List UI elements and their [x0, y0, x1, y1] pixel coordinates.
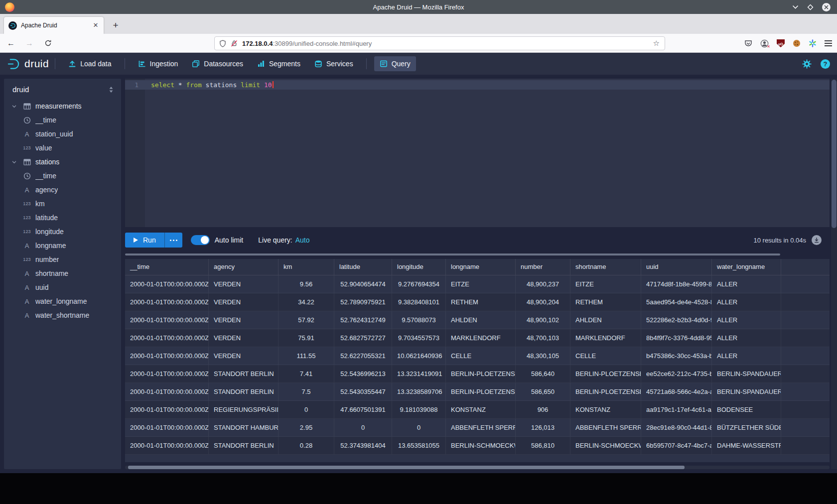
table-cell[interactable]: 0.28	[279, 437, 334, 454]
table-cell[interactable]: ABBENFLETH SPERRWEI	[446, 419, 516, 436]
table-cell[interactable]: 52.5436996213	[334, 365, 392, 382]
browser-tab-apache-druid[interactable]: Apache Druid ✕	[4, 17, 104, 34]
table-cell[interactable]: 522286e2-b2b3-4d0d-9a	[641, 311, 712, 329]
table-cell[interactable]: BERLIN-SCHMOECKWITZ	[570, 437, 641, 454]
nav-item-load-data[interactable]: Load data	[63, 56, 117, 71]
table-cell[interactable]: BERLIN-SPANDAUER-S	[712, 365, 781, 382]
table-cell[interactable]: 906	[516, 401, 570, 418]
column-header-number[interactable]: number	[516, 259, 570, 275]
nav-item-services[interactable]: Services	[309, 56, 359, 71]
table-cell[interactable]: REGIERUNGSPRÄSIDIUM	[209, 401, 279, 418]
sidebar-column-stations-agency[interactable]: Aagency	[4, 183, 121, 197]
table-cell[interactable]: 2000-01-01T00:00:00.000Z	[125, 311, 209, 329]
table-cell[interactable]: 2.95	[279, 419, 334, 436]
table-cell[interactable]: ALLER	[712, 293, 781, 311]
table-cell[interactable]: 52.6827572727	[334, 329, 392, 347]
table-cell[interactable]: STANDORT HAMBURG	[209, 419, 279, 436]
table-cell[interactable]: BERLIN-PLOETZENSEE U	[570, 383, 641, 400]
menu-hamburger-icon[interactable]	[825, 40, 832, 46]
table-cell[interactable]: 52.7624312749	[334, 311, 392, 329]
table-cell[interactable]: 126,013	[516, 419, 570, 436]
table-cell[interactable]: AHLDEN	[570, 311, 641, 329]
table-cell[interactable]: 75.91	[279, 329, 334, 347]
table-cell[interactable]: MARKLENDORF	[446, 329, 516, 347]
table-cell[interactable]: 5aaed954-de4e-4528-8f	[641, 293, 712, 311]
reload-button[interactable]	[40, 36, 55, 51]
sidebar-column-stations-latitude[interactable]: 123latitude	[4, 211, 121, 225]
table-cell[interactable]: 0	[392, 419, 446, 436]
table-cell[interactable]: 9.2767694354	[392, 275, 446, 293]
table-cell[interactable]: VERDEN	[209, 293, 279, 311]
table-cell[interactable]: KONSTANZ	[570, 401, 641, 418]
table-cell[interactable]: VERDEN	[209, 347, 279, 365]
auto-limit-toggle[interactable]	[191, 235, 210, 245]
table-cell[interactable]: 2000-01-01T00:00:00.000Z	[125, 419, 209, 436]
forward-button[interactable]: →	[22, 36, 37, 51]
table-cell[interactable]: ee52ce62-212c-4735-b4	[641, 365, 712, 382]
bookmark-star-icon[interactable]: ☆	[653, 39, 660, 48]
sql-editor[interactable]: 1 select * from stations limit 10	[125, 79, 830, 227]
table-cell[interactable]: 7.5	[279, 383, 334, 400]
results-hscrollbar-top[interactable]	[125, 253, 830, 255]
table-cell[interactable]: 45721a68-566c-4e2a-a6	[641, 383, 712, 400]
table-cell[interactable]: 48,900,237	[516, 275, 570, 293]
table-cell[interactable]: CELLE	[446, 347, 516, 365]
table-cell[interactable]: 2000-01-01T00:00:00.000Z	[125, 329, 209, 347]
column-header-latitude[interactable]: latitude	[334, 259, 392, 275]
run-more-options-button[interactable]	[165, 233, 182, 248]
table-cell[interactable]: DAHME-WASSERSTRAS	[712, 437, 781, 454]
sidebar-table-stations[interactable]: stations	[4, 155, 121, 169]
window-maximize-icon[interactable]	[807, 4, 814, 10]
table-cell[interactable]: 7.41	[279, 365, 334, 382]
table-cell[interactable]: STANDORT BERLIN	[209, 437, 279, 454]
nav-item-ingestion[interactable]: Ingestion	[133, 56, 184, 71]
results-hscrollbar-bottom[interactable]	[125, 466, 830, 469]
sidebar-column-measurements-__time[interactable]: __time	[4, 113, 121, 127]
table-cell[interactable]: 111.55	[279, 347, 334, 365]
table-cell[interactable]: BODENSEE	[712, 401, 781, 418]
tab-close-icon[interactable]: ✕	[91, 20, 101, 30]
table-cell[interactable]: 48,700,103	[516, 329, 570, 347]
table-cell[interactable]: ALLER	[712, 347, 781, 365]
column-header-agency[interactable]: agency	[209, 259, 279, 275]
table-cell[interactable]: 2000-01-01T00:00:00.000Z	[125, 365, 209, 382]
table-cell[interactable]: BERLIN-SPANDAUER-S	[712, 383, 781, 400]
table-cell[interactable]: 57.92	[279, 311, 334, 329]
column-header-__time[interactable]: __time	[125, 259, 209, 275]
table-cell[interactable]: 9.181039088	[392, 401, 446, 418]
sidebar-table-measurements[interactable]: measurements	[4, 99, 121, 113]
tracking-shield-icon[interactable]	[219, 40, 226, 47]
column-header-shortname[interactable]: shortname	[570, 259, 641, 275]
table-cell[interactable]: 52.3743981404	[334, 437, 392, 454]
chevron-down-icon[interactable]	[11, 104, 19, 109]
column-header-water_longname[interactable]: water_longname	[712, 259, 781, 275]
help-icon[interactable]: ?	[821, 59, 830, 69]
table-cell[interactable]: BERLIN-PLOETZENSEE C	[570, 365, 641, 382]
live-query-value-link[interactable]: Auto	[295, 236, 310, 244]
nav-item-segments[interactable]: Segments	[252, 56, 306, 71]
table-cell[interactable]: 28ec91e8-90c0-44d1-8fc	[641, 419, 712, 436]
nav-item-datasources[interactable]: Datasources	[186, 56, 249, 71]
sidebar-column-stations-shortname[interactable]: Ashortname	[4, 266, 121, 280]
table-cell[interactable]: BERLIN-SCHMOECKWITZ	[446, 437, 516, 454]
table-cell[interactable]: CELLE	[570, 347, 641, 365]
table-cell[interactable]: 13.3231419091	[392, 365, 446, 382]
sidebar-column-stations-uuid[interactable]: Auuid	[4, 280, 121, 294]
table-cell[interactable]: 9.57088073	[392, 311, 446, 329]
table-cell[interactable]: 48,900,102	[516, 311, 570, 329]
table-cell[interactable]: 52.7890975921	[334, 293, 392, 311]
table-cell[interactable]: 52.6227055321	[334, 347, 392, 365]
table-cell[interactable]: 2000-01-01T00:00:00.000Z	[125, 401, 209, 418]
table-cell[interactable]: 9.7034557573	[392, 329, 446, 347]
column-header-km[interactable]: km	[279, 259, 334, 275]
table-cell[interactable]: STANDORT BERLIN	[209, 383, 279, 400]
table-cell[interactable]: VERDEN	[209, 311, 279, 329]
table-cell[interactable]: 52.9040654474	[334, 275, 392, 293]
profile-avatar-icon[interactable]: ✕	[760, 39, 769, 48]
sidebar-column-measurements-station_uuid[interactable]: Astation_uuid	[4, 127, 121, 141]
table-cell[interactable]: 6b595707-8c47-4bc7-a8	[641, 437, 712, 454]
table-cell[interactable]: ALLER	[712, 311, 781, 329]
nav-item-query[interactable]: Query	[374, 56, 416, 71]
table-cell[interactable]: 2000-01-01T00:00:00.000Z	[125, 275, 209, 293]
extension-asterisk-icon[interactable]	[809, 39, 817, 47]
